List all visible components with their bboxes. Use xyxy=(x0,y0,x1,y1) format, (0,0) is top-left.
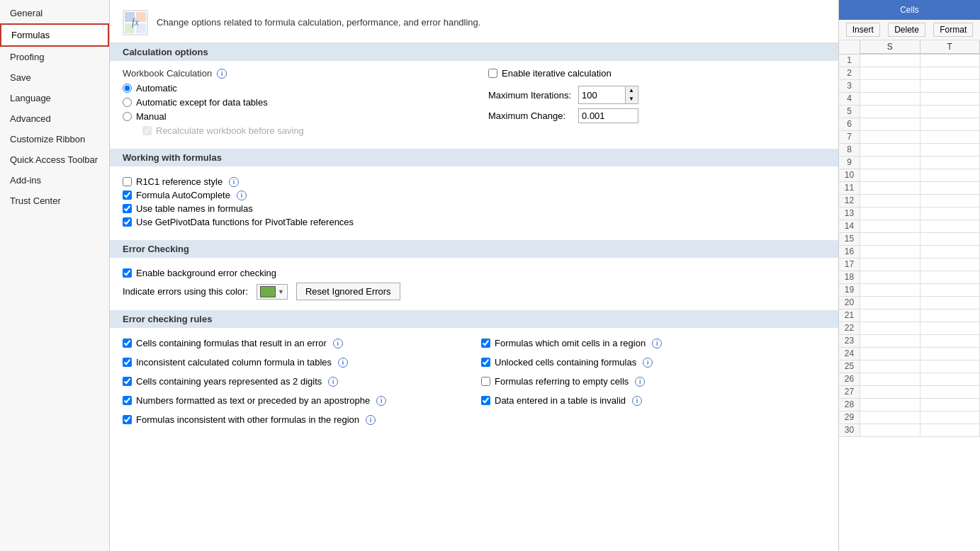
enable-iterative-label[interactable]: Enable iterative calculation xyxy=(488,68,826,79)
recalc-before-saving-label[interactable]: Recalculate workbook before saving xyxy=(142,125,460,136)
rule-numbers-as-text[interactable]: Numbers formatted as text or preceded by… xyxy=(123,395,467,406)
cell-5-0[interactable] xyxy=(860,106,920,118)
cell-30-1[interactable] xyxy=(920,424,981,437)
cell-30-0[interactable] xyxy=(860,424,920,437)
cell-16-0[interactable] xyxy=(860,246,920,259)
cell-11-1[interactable] xyxy=(920,182,981,195)
enable-bg-error-checkbox[interactable] xyxy=(123,268,132,278)
rule-formulas-result-error-checkbox[interactable] xyxy=(123,339,132,348)
rule-numbers-as-text-info[interactable]: i xyxy=(376,396,386,406)
cell-21-0[interactable] xyxy=(860,309,920,322)
r1c1-label[interactable]: R1C1 reference style i xyxy=(123,176,826,187)
cell-19-0[interactable] xyxy=(860,284,920,297)
cell-3-0[interactable] xyxy=(860,80,920,93)
rule-inconsistent-column-info[interactable]: i xyxy=(338,358,348,368)
cell-18-1[interactable] xyxy=(920,271,981,284)
rule-inconsistent-formula-checkbox[interactable] xyxy=(123,415,132,424)
sidebar-item-formulas[interactable]: Formulas xyxy=(0,23,109,47)
rule-years-2digits[interactable]: Cells containing years represented as 2 … xyxy=(123,376,467,387)
radio-auto-except-label[interactable]: Automatic except for data tables xyxy=(123,97,460,108)
enable-bg-error-label[interactable]: Enable background error checking xyxy=(123,268,826,278)
cell-28-0[interactable] xyxy=(860,399,920,411)
cell-1-1[interactable] xyxy=(920,55,981,67)
cell-20-0[interactable] xyxy=(860,297,920,309)
sidebar-item-advanced[interactable]: Advanced xyxy=(0,108,109,129)
formula-autocomplete-label[interactable]: Formula AutoComplete i xyxy=(123,190,826,200)
rule-unlocked-formulas-info[interactable]: i xyxy=(643,358,653,368)
cell-12-0[interactable] xyxy=(860,195,920,208)
rule-omit-cells[interactable]: Formulas which omit cells in a region i xyxy=(481,338,826,348)
cell-22-0[interactable] xyxy=(860,322,920,335)
cell-21-1[interactable] xyxy=(920,309,981,322)
formula-autocomplete-info-icon[interactable]: i xyxy=(237,191,247,200)
sidebar-item-general[interactable]: General xyxy=(0,3,109,23)
sidebar-item-customize-ribbon[interactable]: Customize Ribbon xyxy=(0,129,109,149)
rule-numbers-as-text-checkbox[interactable] xyxy=(123,396,132,405)
workbook-calc-info-icon[interactable]: i xyxy=(217,69,227,79)
cell-14-1[interactable] xyxy=(920,220,981,233)
use-getpivotdata-checkbox[interactable] xyxy=(123,217,132,227)
rule-inconsistent-column[interactable]: Inconsistent calculated column formula i… xyxy=(123,357,467,368)
radio-automatic[interactable] xyxy=(123,84,132,93)
use-getpivotdata-label[interactable]: Use GetPivotData functions for PivotTabl… xyxy=(123,217,826,227)
rule-referring-empty-checkbox[interactable] xyxy=(481,377,490,386)
cell-13-1[interactable] xyxy=(920,208,981,220)
cell-8-0[interactable] xyxy=(860,144,920,157)
cell-4-0[interactable] xyxy=(860,93,920,106)
radio-manual[interactable] xyxy=(123,112,132,121)
cell-10-1[interactable] xyxy=(920,169,981,182)
rule-referring-empty-info[interactable]: i xyxy=(635,377,645,387)
cell-24-1[interactable] xyxy=(920,348,981,360)
cell-10-0[interactable] xyxy=(860,169,920,182)
sidebar-item-save[interactable]: Save xyxy=(0,67,109,88)
rule-data-invalid-checkbox[interactable] xyxy=(481,396,490,405)
r1c1-checkbox[interactable] xyxy=(123,177,132,186)
cell-15-1[interactable] xyxy=(920,233,981,246)
cell-11-0[interactable] xyxy=(860,182,920,195)
cell-3-1[interactable] xyxy=(920,80,981,93)
cell-6-0[interactable] xyxy=(860,118,920,131)
max-iterations-up[interactable]: ▲ xyxy=(626,86,637,95)
cell-23-0[interactable] xyxy=(860,335,920,348)
max-change-input[interactable] xyxy=(578,108,638,123)
cell-8-1[interactable] xyxy=(920,144,981,157)
rule-years-2digits-checkbox[interactable] xyxy=(123,377,132,386)
cell-28-1[interactable] xyxy=(920,399,981,411)
cell-1-0[interactable] xyxy=(860,55,920,67)
cell-14-0[interactable] xyxy=(860,220,920,233)
sidebar-item-add-ins[interactable]: Add-ins xyxy=(0,170,109,191)
rule-formulas-result-error[interactable]: Cells containing formulas that result in… xyxy=(123,338,467,348)
rule-omit-cells-checkbox[interactable] xyxy=(481,339,490,348)
delete-button[interactable]: Delete xyxy=(888,23,925,37)
rule-unlocked-formulas-checkbox[interactable] xyxy=(481,358,490,367)
rule-years-2digits-info[interactable]: i xyxy=(328,377,338,387)
radio-manual-label[interactable]: Manual xyxy=(123,111,460,122)
cell-29-1[interactable] xyxy=(920,411,981,424)
reset-ignored-errors-button[interactable]: Reset Ignored Errors xyxy=(296,283,400,300)
rule-data-invalid[interactable]: Data entered in a table is invalid i xyxy=(481,395,826,406)
rule-inconsistent-column-checkbox[interactable] xyxy=(123,358,132,367)
cell-25-0[interactable] xyxy=(860,360,920,373)
format-button[interactable]: Format xyxy=(933,23,973,37)
formula-autocomplete-checkbox[interactable] xyxy=(123,191,132,200)
cell-27-0[interactable] xyxy=(860,386,920,399)
r1c1-info-icon[interactable]: i xyxy=(229,177,239,187)
rule-referring-empty[interactable]: Formulas referring to empty cells i xyxy=(481,376,826,387)
cell-7-0[interactable] xyxy=(860,131,920,144)
cell-13-0[interactable] xyxy=(860,208,920,220)
cell-2-1[interactable] xyxy=(920,67,981,80)
cell-17-1[interactable] xyxy=(920,259,981,271)
cell-18-0[interactable] xyxy=(860,271,920,284)
cell-25-1[interactable] xyxy=(920,360,981,373)
rule-inconsistent-formula-info[interactable]: i xyxy=(366,415,376,425)
cell-4-1[interactable] xyxy=(920,93,981,106)
error-color-button[interactable]: ▼ xyxy=(257,284,288,300)
rule-formulas-result-error-info[interactable]: i xyxy=(333,339,343,348)
cell-29-0[interactable] xyxy=(860,411,920,424)
sidebar-item-language[interactable]: Language xyxy=(0,88,109,108)
rule-inconsistent-formula[interactable]: Formulas inconsistent with other formula… xyxy=(123,414,467,425)
cell-22-1[interactable] xyxy=(920,322,981,335)
radio-automatic-label[interactable]: Automatic xyxy=(123,83,460,93)
cell-2-0[interactable] xyxy=(860,67,920,80)
cell-26-1[interactable] xyxy=(920,373,981,386)
